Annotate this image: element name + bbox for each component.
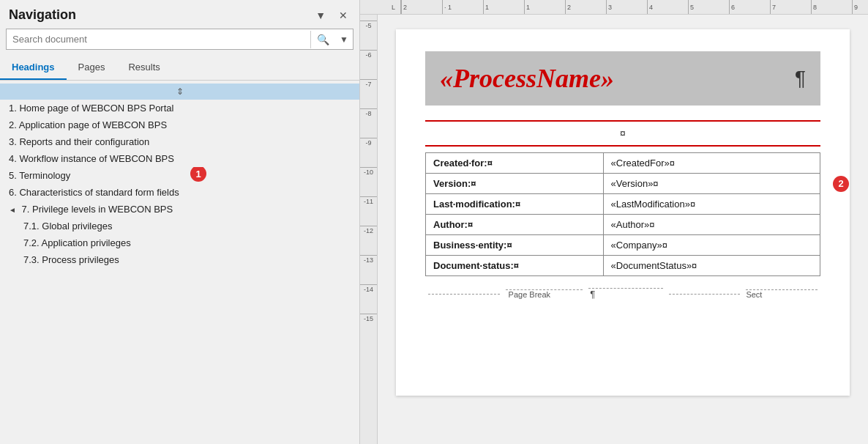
list-item[interactable]: 7.2. Application privileges — [0, 234, 359, 251]
list-item[interactable]: 7.3. Process privileges — [0, 251, 359, 268]
ruler-left-mark: -9 — [360, 138, 377, 167]
search-button[interactable]: 🔍 — [310, 31, 335, 48]
ruler-mark: 2 — [565, 0, 606, 15]
ruler-mark: 2 — [401, 0, 442, 15]
ruler-left-mark: -5 — [360, 21, 377, 50]
table-row: Author:¤ «Author»¤ — [426, 215, 820, 235]
ruler-mark: 9 — [852, 0, 868, 15]
ruler-left-mark: -13 — [360, 255, 377, 284]
headings-list: ⇕ 1. Home page of WEBCON BPS Portal 2. A… — [0, 81, 359, 444]
doc-center-mark: ¤ — [425, 127, 820, 139]
table-cell-label: Author:¤ — [426, 215, 604, 235]
ruler-mark: 6 — [729, 0, 770, 15]
ruler-left-mark: -6 — [360, 50, 377, 79]
table-row: Business·entity:¤ «Company»¤ — [426, 235, 820, 256]
list-item[interactable]: 6. Characteristics of standard form fiel… — [0, 184, 359, 201]
ruler-mark: · 1 — [442, 0, 483, 15]
badge-2: 2 — [833, 176, 849, 192]
search-dropdown-button[interactable]: ▼ — [335, 32, 353, 48]
ruler-left-mark: -8 — [360, 108, 377, 138]
ruler-mark: 3 — [606, 0, 647, 15]
table-cell-label: Document·status:¤ — [426, 256, 604, 276]
nav-close-button[interactable]: ✕ — [336, 8, 351, 23]
ruler-left-mark: -7 — [360, 79, 377, 108]
doc-title-text: «ProcessName» — [440, 63, 614, 94]
table-row: Created·for:¤ «CreatedFor»¤ — [426, 153, 820, 174]
pilcrow-icon: ¶ — [795, 67, 806, 90]
list-item[interactable]: 7.1. Global privileges — [0, 218, 359, 234]
doc-title-block: «ProcessName» ¶ — [425, 51, 820, 106]
list-item[interactable]: 3. Reports and their configuration — [0, 133, 359, 150]
doc-divider-red2 — [425, 145, 820, 147]
ruler-mark: 1 — [483, 0, 524, 15]
ruler-left: -5 -6 -7 -8 -9 -10 -11 -12 -13 -14 -15 — [360, 15, 378, 444]
table-cell-label: Version:¤ — [426, 174, 604, 194]
nav-header-icons: ▼ ✕ — [313, 8, 351, 23]
table-cell-value: «Version»¤ 2 — [603, 174, 820, 194]
ruler-mark: 5 — [688, 0, 729, 15]
heading-item-selected[interactable]: ⇕ — [0, 84, 359, 100]
page-break-sect: Sect — [746, 289, 818, 299]
ruler-mark: 1 — [524, 0, 565, 15]
ruler-left-mark: -12 — [360, 226, 377, 255]
table-row: Document·status:¤ «DocumentStatus»¤ — [426, 256, 820, 276]
list-item[interactable]: 2. Application page of WEBCON BPS — [0, 116, 359, 133]
search-bar: 🔍 ▼ — [6, 29, 353, 50]
page-break-line: Page Break ¶ Sect — [425, 288, 820, 300]
ruler-L: L — [386, 0, 401, 15]
doc-content: «ProcessName» ¶ ¤ Created·for:¤ «Created… — [378, 15, 868, 444]
page-break-dash-right — [669, 294, 741, 295]
table-cell-value: «CreatedFor»¤ — [603, 153, 820, 174]
ruler-left-mark: -11 — [360, 196, 377, 226]
ruler-mark: 8 — [811, 0, 852, 15]
nav-header: Navigation ▼ ✕ — [0, 0, 359, 29]
page-break-pilcrow: ¶ — [588, 288, 663, 300]
doc-table: Created·for:¤ «CreatedFor»¤ Version:¤ «V… — [425, 152, 820, 276]
table-cell-label: Last·modification:¤ — [426, 194, 604, 215]
ruler-top-inner: L 2 · 1 1 1 2 3 4 5 6 7 8 9 — [360, 0, 868, 15]
doc-page: «ProcessName» ¶ ¤ Created·for:¤ «Created… — [396, 29, 850, 396]
ruler-mark: 7 — [770, 0, 811, 15]
ruler-left-mark: -15 — [360, 314, 377, 343]
table-cell-value: «Author»¤ — [603, 215, 820, 235]
list-item[interactable]: 1. Home page of WEBCON BPS Portal — [0, 100, 359, 116]
table-row: Version:¤ «Version»¤ 2 — [426, 174, 820, 194]
nav-dropdown-button[interactable]: ▼ — [313, 8, 329, 23]
tab-headings[interactable]: Headings — [0, 56, 67, 80]
badge-1: 1 — [190, 167, 206, 182]
table-cell-value: «LastModification»¤ — [603, 194, 820, 215]
ruler-left-mark: -10 — [360, 167, 377, 196]
table-cell-label: Business·entity:¤ — [426, 235, 604, 256]
nav-title: Navigation — [9, 7, 76, 23]
table-cell-value: «Company»¤ — [603, 235, 820, 256]
doc-scroll: -5 -6 -7 -8 -9 -10 -11 -12 -13 -14 -15 «… — [360, 15, 868, 444]
list-item[interactable]: 5. Terminology 1 — [0, 167, 359, 184]
page-break-dash-left — [428, 294, 500, 295]
navigation-panel: Navigation ▼ ✕ 🔍 ▼ Headings Pages Result… — [0, 0, 360, 444]
document-area: L 2 · 1 1 1 2 3 4 5 6 7 8 9 -5 -6 -7 -8 … — [360, 0, 868, 444]
table-cell-label: Created·for:¤ — [426, 153, 604, 174]
ruler-left-mark: -14 — [360, 284, 377, 314]
doc-divider-red — [425, 120, 820, 122]
list-item[interactable]: 4. Workflow instance of WEBCON BPS — [0, 150, 359, 167]
table-cell-value: «DocumentStatus»¤ — [603, 256, 820, 276]
tab-pages[interactable]: Pages — [67, 56, 117, 80]
table-row: Last·modification:¤ «LastModification»¤ — [426, 194, 820, 215]
search-input[interactable] — [7, 29, 310, 49]
ruler-mark: 4 — [647, 0, 688, 15]
list-item[interactable]: ◄ 7. Privilege levels in WEBCON BPS — [0, 201, 359, 218]
nav-tabs: Headings Pages Results — [0, 56, 359, 81]
tab-results[interactable]: Results — [116, 56, 171, 80]
ruler-top: L 2 · 1 1 1 2 3 4 5 6 7 8 9 — [360, 0, 868, 15]
page-break-text: Page Break — [506, 289, 583, 299]
